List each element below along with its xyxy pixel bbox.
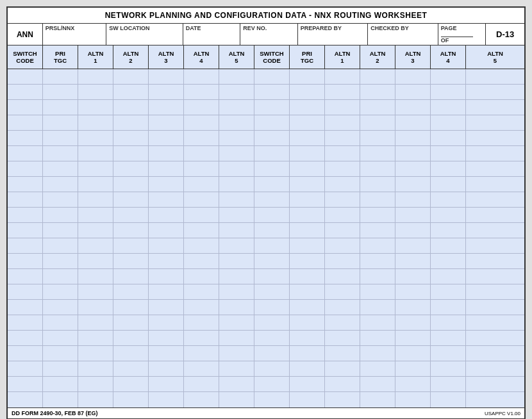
- data-cell-r11-c2[interactable]: [78, 238, 113, 253]
- data-cell-r8-c12[interactable]: [431, 192, 466, 207]
- data-cell-r2-c3[interactable]: [113, 100, 149, 115]
- data-cell-r20-c9[interactable]: [325, 377, 360, 391]
- data-cell-r8-c8[interactable]: [290, 192, 325, 207]
- data-cell-r16-c3[interactable]: [113, 315, 149, 330]
- data-cell-r20-c2[interactable]: [78, 377, 113, 391]
- data-cell-r12-c11[interactable]: [395, 254, 431, 268]
- data-cell-r17-c5[interactable]: [184, 331, 219, 345]
- data-cell-r3-c6[interactable]: [219, 115, 254, 130]
- data-cell-r2-c10[interactable]: [360, 100, 395, 115]
- data-cell-r15-c9[interactable]: [325, 300, 360, 315]
- data-cell-r13-c13[interactable]: [466, 269, 524, 284]
- data-cell-r1-c2[interactable]: [78, 85, 113, 99]
- data-cell-r4-c8[interactable]: [290, 131, 325, 145]
- data-cell-r19-c10[interactable]: [360, 361, 395, 376]
- data-cell-r9-c7[interactable]: [254, 208, 290, 222]
- data-cell-r21-c5[interactable]: [184, 392, 219, 407]
- data-cell-r6-c13[interactable]: [466, 161, 524, 176]
- data-cell-r1-c13[interactable]: [466, 85, 524, 99]
- data-cell-r1-c9[interactable]: [325, 85, 360, 99]
- data-cell-r15-c5[interactable]: [184, 300, 219, 315]
- data-cell-r13-c11[interactable]: [395, 269, 431, 284]
- data-cell-r10-c7[interactable]: [254, 223, 290, 238]
- data-cell-r8-c3[interactable]: [113, 192, 149, 207]
- data-cell-r8-c13[interactable]: [466, 192, 524, 207]
- data-cell-r8-c5[interactable]: [184, 192, 219, 207]
- data-cell-r21-c12[interactable]: [431, 392, 466, 407]
- data-cell-r16-c12[interactable]: [431, 315, 466, 330]
- data-cell-r2-c6[interactable]: [219, 100, 254, 115]
- data-cell-r6-c7[interactable]: [254, 161, 290, 176]
- data-cell-r3-c3[interactable]: [113, 115, 149, 130]
- data-cell-r17-c3[interactable]: [113, 331, 149, 345]
- data-cell-r11-c9[interactable]: [325, 238, 360, 253]
- data-cell-r20-c1[interactable]: [43, 377, 78, 391]
- data-cell-r8-c4[interactable]: [149, 192, 184, 207]
- data-cell-r16-c5[interactable]: [184, 315, 219, 330]
- data-cell-r4-c13[interactable]: [466, 131, 524, 145]
- data-cell-r16-c11[interactable]: [395, 315, 431, 330]
- data-cell-r5-c7[interactable]: [254, 146, 290, 161]
- data-cell-r21-c10[interactable]: [360, 392, 395, 407]
- data-cell-r3-c10[interactable]: [360, 115, 395, 130]
- data-cell-r16-c8[interactable]: [290, 315, 325, 330]
- data-cell-r12-c9[interactable]: [325, 254, 360, 268]
- data-cell-r18-c0[interactable]: [8, 346, 43, 361]
- data-cell-r21-c8[interactable]: [290, 392, 325, 407]
- data-cell-r15-c4[interactable]: [149, 300, 184, 315]
- data-cell-r11-c6[interactable]: [219, 238, 254, 253]
- data-cell-r17-c7[interactable]: [254, 331, 290, 345]
- data-cell-r9-c13[interactable]: [466, 208, 524, 222]
- data-cell-r0-c10[interactable]: [360, 69, 395, 84]
- data-cell-r5-c0[interactable]: [8, 146, 43, 161]
- data-cell-r1-c0[interactable]: [8, 85, 43, 99]
- data-cell-r11-c3[interactable]: [113, 238, 149, 253]
- data-cell-r13-c4[interactable]: [149, 269, 184, 284]
- data-cell-r7-c0[interactable]: [8, 177, 43, 192]
- data-cell-r14-c3[interactable]: [113, 284, 149, 299]
- data-cell-r19-c2[interactable]: [78, 361, 113, 376]
- data-cell-r1-c10[interactable]: [360, 85, 395, 99]
- data-cell-r3-c13[interactable]: [466, 115, 524, 130]
- data-cell-r2-c11[interactable]: [395, 100, 431, 115]
- data-cell-r18-c2[interactable]: [78, 346, 113, 361]
- data-cell-r11-c10[interactable]: [360, 238, 395, 253]
- data-cell-r4-c6[interactable]: [219, 131, 254, 145]
- data-cell-r6-c10[interactable]: [360, 161, 395, 176]
- data-cell-r10-c3[interactable]: [113, 223, 149, 238]
- data-cell-r10-c6[interactable]: [219, 223, 254, 238]
- data-cell-r16-c6[interactable]: [219, 315, 254, 330]
- data-cell-r0-c5[interactable]: [184, 69, 219, 84]
- data-cell-r5-c8[interactable]: [290, 146, 325, 161]
- data-cell-r16-c4[interactable]: [149, 315, 184, 330]
- data-cell-r2-c1[interactable]: [43, 100, 78, 115]
- data-cell-r0-c11[interactable]: [395, 69, 431, 84]
- data-cell-r14-c0[interactable]: [8, 284, 43, 299]
- data-cell-r6-c6[interactable]: [219, 161, 254, 176]
- data-cell-r10-c13[interactable]: [466, 223, 524, 238]
- data-cell-r8-c1[interactable]: [43, 192, 78, 207]
- data-cell-r0-c9[interactable]: [325, 69, 360, 84]
- data-cell-r0-c2[interactable]: [78, 69, 113, 84]
- data-cell-r1-c7[interactable]: [254, 85, 290, 99]
- data-cell-r3-c9[interactable]: [325, 115, 360, 130]
- data-cell-r11-c12[interactable]: [431, 238, 466, 253]
- data-cell-r1-c4[interactable]: [149, 85, 184, 99]
- data-cell-r21-c3[interactable]: [113, 392, 149, 407]
- data-cell-r18-c13[interactable]: [466, 346, 524, 361]
- data-cell-r19-c8[interactable]: [290, 361, 325, 376]
- data-cell-r18-c6[interactable]: [219, 346, 254, 361]
- data-cell-r7-c9[interactable]: [325, 177, 360, 192]
- data-cell-r7-c7[interactable]: [254, 177, 290, 192]
- data-cell-r16-c10[interactable]: [360, 315, 395, 330]
- data-cell-r6-c0[interactable]: [8, 161, 43, 176]
- data-cell-r13-c8[interactable]: [290, 269, 325, 284]
- data-cell-r17-c13[interactable]: [466, 331, 524, 345]
- data-cell-r7-c10[interactable]: [360, 177, 395, 192]
- data-cell-r6-c3[interactable]: [113, 161, 149, 176]
- data-cell-r12-c6[interactable]: [219, 254, 254, 268]
- data-cell-r18-c12[interactable]: [431, 346, 466, 361]
- data-cell-r20-c10[interactable]: [360, 377, 395, 391]
- data-cell-r16-c7[interactable]: [254, 315, 290, 330]
- data-cell-r21-c13[interactable]: [466, 392, 524, 407]
